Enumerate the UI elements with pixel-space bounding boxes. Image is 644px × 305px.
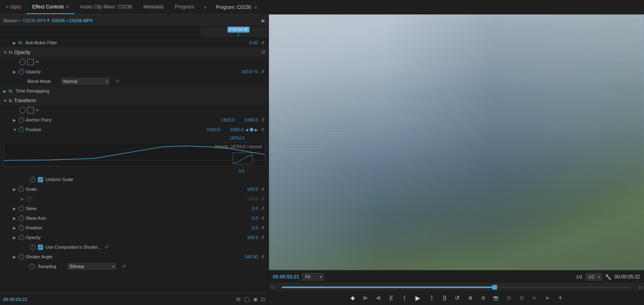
skew-axis-reset[interactable]: ↺	[260, 216, 265, 221]
transport-add-btn[interactable]: +	[555, 293, 565, 303]
transport-more-btn[interactable]: »	[543, 293, 552, 303]
position-y[interactable]: 1080.0	[223, 127, 244, 132]
opacity-reset-btn[interactable]: ↺	[261, 49, 265, 55]
sampling-select[interactable]: Bilinear Bicubic Nearest	[68, 263, 116, 270]
tab-metadata[interactable]: Metadata	[138, 0, 169, 14]
ellipse-mask-icon[interactable]	[19, 59, 26, 65]
opacity-transform-value[interactable]: 100.0	[238, 235, 258, 240]
source-clip-name[interactable]: C0236.MP4 ▾	[23, 18, 50, 23]
comp-shutter-stopwatch[interactable]	[30, 244, 35, 250]
position-kf-next[interactable]: ▶	[255, 128, 258, 132]
anchor-point-reset[interactable]: ↺	[260, 117, 265, 123]
anti-flicker-collapse[interactable]: ▶	[13, 41, 17, 45]
opacity-section-header[interactable]: ▼ fx Opacity ↺	[0, 47, 268, 57]
tab-progress[interactable]: Progress	[169, 0, 200, 14]
scale-height-reset[interactable]: ↺	[260, 196, 265, 202]
skew-reset[interactable]: ↺	[260, 206, 265, 211]
uniform-scale-checkbox[interactable]	[38, 177, 43, 182]
transform-collapse-arrow[interactable]: ▼	[3, 99, 7, 103]
position-x[interactable]: 1920.0	[200, 127, 220, 132]
skew-stopwatch[interactable]	[19, 206, 24, 211]
tab-expand-icon[interactable]: »	[200, 4, 211, 10]
sampling-reset[interactable]: ↺	[121, 264, 126, 269]
page-select[interactable]: 1/2 2/2	[586, 273, 602, 280]
tab-effect-controls[interactable]: Effect Controls ≡	[27, 0, 74, 14]
opacity-collapse-arrow[interactable]: ▼	[3, 50, 7, 55]
transport-play-btn[interactable]: ▶	[412, 292, 423, 303]
transport-fx-btn[interactable]: fx	[530, 293, 539, 303]
scrubber-track[interactable]	[282, 286, 631, 288]
transport-loop-btn[interactable]: ↺	[452, 293, 462, 303]
transport-export-frame-btn[interactable]: 📷	[491, 293, 501, 303]
scale-height-stopwatch[interactable]	[27, 196, 32, 202]
transport-btn5[interactable]: ◻	[517, 293, 526, 303]
anchor-point-collapse[interactable]: ▶	[13, 118, 17, 122]
rotation-reset[interactable]: ↺	[260, 225, 265, 231]
tab-audio-clip-mixer[interactable]: Audio Clip Mixer: C0236	[74, 0, 138, 14]
blend-mode-select[interactable]: Normal Dissolve Darken Multiply	[61, 78, 109, 84]
skew-collapse[interactable]: ▶	[13, 206, 17, 211]
fit-select-wrapper[interactable]: Fit 25% 50% 75% 100%	[302, 273, 324, 280]
opacity-transform-collapse[interactable]: ▶	[13, 235, 17, 240]
shutter-angle-value[interactable]: 180.00	[238, 254, 258, 259]
anchor-point-x[interactable]: 1920.0	[215, 117, 235, 122]
skew-axis-value[interactable]: 0.0	[238, 216, 258, 221]
opacity-prop-value[interactable]: 100.0	[232, 69, 252, 74]
timeline-ruler[interactable]: 0:00:04:00	[201, 27, 268, 37]
shutter-angle-collapse[interactable]: ▶	[13, 255, 17, 259]
monitor-timecode-display[interactable]: 00:00:03:21	[273, 274, 299, 280]
opacity-transform-stopwatch[interactable]	[19, 235, 24, 240]
program-monitor-menu-icon[interactable]: ≡	[254, 4, 257, 10]
timeline-scrubber[interactable]: ◁ ▷	[269, 283, 644, 291]
uniform-scale-stopwatch[interactable]	[30, 177, 35, 182]
opacity-transform-reset[interactable]: ↺	[260, 235, 265, 240]
skew-axis-collapse[interactable]: ▶	[13, 216, 17, 221]
opacity-prop-reset[interactable]: ↺	[260, 69, 265, 74]
rotation-value[interactable]: 0.0	[238, 225, 258, 230]
wrench-icon[interactable]: 🔧	[605, 274, 611, 280]
tab-prev-clips[interactable]: < clips)	[0, 0, 27, 14]
transport-overwrite-btn[interactable]: ⊟	[478, 293, 488, 303]
blend-mode-reset[interactable]: ↺	[114, 79, 120, 84]
anchor-point-stopwatch[interactable]	[19, 117, 24, 123]
position-collapse[interactable]: ▼	[13, 128, 17, 132]
transport-add-marker-btn[interactable]: ◆	[348, 293, 357, 303]
add-keyframe-icon[interactable]: ◉	[253, 296, 258, 302]
fit-select[interactable]: Fit 25% 50% 75% 100%	[302, 273, 324, 280]
transform-rect-icon[interactable]	[27, 107, 34, 113]
transport-insert-btn[interactable]: ⊞	[465, 293, 475, 303]
composition-shutter-checkbox[interactable]	[38, 245, 43, 250]
skew-axis-stopwatch[interactable]	[19, 215, 24, 221]
sampling-stopwatch[interactable]	[29, 264, 35, 269]
anti-flicker-value[interactable]: 0.00	[238, 40, 258, 45]
transport-go-end-btn[interactable]: ⟩|	[440, 293, 449, 303]
scale-collapse[interactable]: ▶	[13, 187, 17, 192]
comp-shutter-reset[interactable]: ↺	[103, 245, 109, 250]
scale-reset[interactable]: ↺	[260, 187, 265, 192]
transform-section-header[interactable]: ▼ fx Transform	[0, 96, 268, 105]
export-icon[interactable]: ⊡	[261, 296, 265, 302]
scale-height-collapse[interactable]: ▶	[21, 197, 25, 201]
position-keyframe-diamond[interactable]	[249, 127, 254, 132]
blend-mode-select-wrapper[interactable]: Normal Dissolve Darken Multiply	[61, 78, 109, 84]
scale-value[interactable]: 100.0	[238, 187, 258, 192]
time-remapping-collapse[interactable]: ▶	[3, 89, 7, 93]
scrubber-thumb[interactable]	[492, 285, 497, 290]
tab-menu-icon[interactable]: ≡	[66, 4, 69, 10]
keyframe-icon[interactable]: ◯	[244, 296, 250, 302]
transport-step-forward-btn[interactable]: ⟩	[427, 293, 436, 303]
pen-tool-icon[interactable]: ✏	[35, 59, 39, 65]
anchor-point-y[interactable]: 1080.0	[238, 117, 258, 122]
source-clip-path[interactable]: C0236 • C0236.MP4	[52, 18, 92, 23]
page-select-wrapper[interactable]: 1/2 2/2	[586, 273, 602, 280]
position-kf-prev[interactable]: ◀	[245, 128, 248, 132]
transform-ellipse-icon[interactable]	[19, 107, 26, 113]
source-bar-arrow[interactable]: ▶	[262, 18, 265, 23]
transport-trim-in-btn[interactable]: ⊳	[361, 293, 370, 303]
transport-trim-out-btn[interactable]: ⊲	[374, 293, 383, 303]
position-reset[interactable]: ↺	[260, 127, 265, 132]
rotation-stopwatch[interactable]	[19, 225, 24, 231]
shutter-angle-reset[interactable]: ↺	[260, 254, 265, 260]
scale-stopwatch[interactable]	[19, 186, 24, 192]
anti-flicker-reset[interactable]: ↺	[260, 40, 265, 45]
